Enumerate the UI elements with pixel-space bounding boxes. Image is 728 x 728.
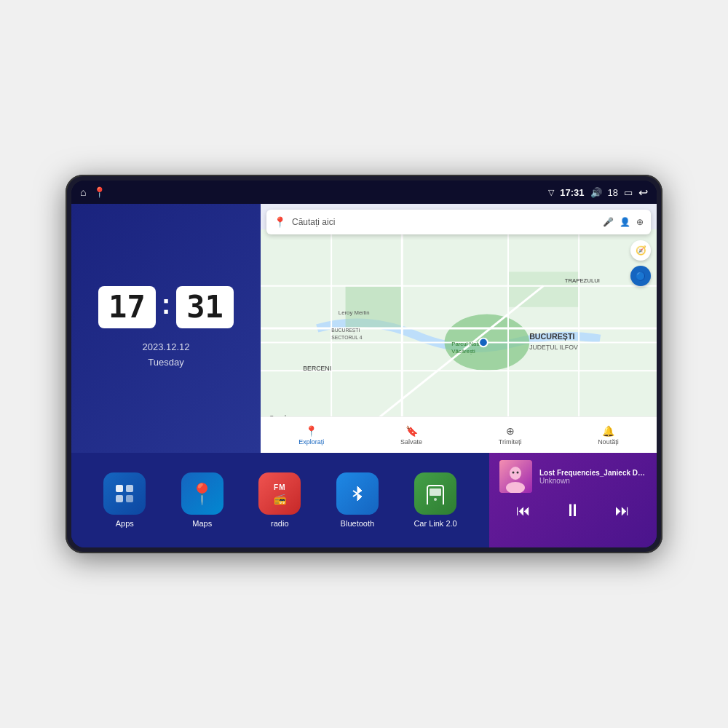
- map-nav-news[interactable]: 🔔 Noutăți: [598, 425, 619, 446]
- album-art-svg: [499, 460, 532, 493]
- bluetooth-icon: [336, 472, 379, 515]
- bottom-row: Apps 📍 Maps FM 📻: [71, 453, 657, 547]
- volume-icon: 🔊: [590, 187, 602, 198]
- svg-text:BUCUREȘTI: BUCUREȘTI: [529, 332, 574, 341]
- clock-date-info: 2023.12.12 Tuesday: [142, 340, 189, 371]
- music-next-button[interactable]: ⏭: [615, 502, 630, 519]
- svg-text:SECTORUL 4: SECTORUL 4: [331, 335, 363, 340]
- music-controls: ⏮ ⏸ ⏭: [499, 500, 646, 521]
- carlink-label: Car Link 2.0: [414, 519, 456, 528]
- news-label: Noutăți: [598, 438, 619, 446]
- bluetooth-svg-icon: [347, 483, 368, 504]
- svg-text:BERCENI: BERCENI: [303, 365, 331, 372]
- apps-label: Apps: [116, 519, 134, 528]
- clock-separator: :: [162, 289, 171, 320]
- layers-icon[interactable]: ⊕: [636, 217, 644, 227]
- map-location-btn[interactable]: 🔵: [630, 266, 651, 286]
- svg-point-30: [434, 498, 437, 501]
- svg-point-22: [479, 339, 488, 347]
- saved-icon: 🔖: [405, 425, 418, 437]
- clock-panel: 17 : 31 2023.12.12 Tuesday: [71, 204, 261, 453]
- music-panel: Lost Frequencies_Janieck Devy-... Unknow…: [489, 453, 657, 547]
- maps-icon: 📍: [181, 472, 223, 515]
- volume-level: 18: [608, 187, 618, 198]
- device-frame: ⌂ 📍 ▽ 17:31 🔊 18 ▭ ↩ 17 :: [66, 175, 662, 553]
- explore-icon: 📍: [305, 425, 317, 437]
- svg-point-32: [510, 467, 521, 480]
- radio-icon: FM 📻: [258, 472, 301, 515]
- map-search-icons: 🎤 👤 ⊕: [603, 217, 644, 227]
- news-icon: 🔔: [602, 425, 614, 437]
- clock-hours: 17: [98, 286, 156, 328]
- svg-rect-29: [430, 488, 441, 496]
- apps-panel: Apps 📍 Maps FM 📻: [71, 453, 489, 547]
- map-nav-bar: 📍 Explorați 🔖 Salvate ⊕ Trimiteți 🔔: [261, 416, 657, 453]
- clock-date: 2023.12.12: [142, 340, 189, 355]
- svg-rect-25: [126, 485, 133, 492]
- home-icon[interactable]: ⌂: [80, 186, 86, 198]
- apps-icon: [103, 472, 146, 515]
- radio-label: radio: [271, 519, 288, 528]
- svg-rect-24: [116, 485, 123, 492]
- device-screen: ⌂ 📍 ▽ 17:31 🔊 18 ▭ ↩ 17 :: [71, 181, 657, 547]
- map-panel[interactable]: BUCUREȘTI JUDEȚUL ILFOV BERCENI TRAPEZUL…: [261, 204, 657, 453]
- clock-minutes: 31: [176, 286, 234, 328]
- map-search-placeholder[interactable]: Căutați aici: [292, 217, 597, 227]
- music-artist: Unknown: [539, 477, 646, 485]
- music-play-button[interactable]: ⏸: [564, 500, 582, 521]
- maps-status-icon[interactable]: 📍: [93, 186, 106, 198]
- bluetooth-label: Bluetooth: [341, 519, 374, 528]
- svg-rect-27: [126, 495, 133, 502]
- clock-day: Tuesday: [142, 355, 189, 371]
- status-right: ▽ 17:31 🔊 18 ▭ ↩: [548, 186, 648, 199]
- app-item-maps[interactable]: 📍 Maps: [181, 472, 223, 528]
- map-search-bar[interactable]: 📍 Căutați aici 🎤 👤 ⊕: [266, 210, 651, 234]
- map-nav-saved[interactable]: 🔖 Salvate: [400, 425, 422, 446]
- svg-text:Văcărești: Văcărești: [451, 348, 475, 355]
- carlink-icon: [414, 472, 456, 515]
- apps-svg-icon: [114, 483, 135, 505]
- status-left: ⌂ 📍: [80, 186, 106, 198]
- svg-text:TRAPEZULUI: TRAPEZULUI: [565, 277, 600, 284]
- app-item-radio[interactable]: FM 📻 radio: [258, 472, 301, 528]
- saved-label: Salvate: [400, 438, 422, 446]
- back-icon[interactable]: ↩: [638, 186, 648, 199]
- main-content: 17 : 31 2023.12.12 Tuesday: [71, 204, 657, 547]
- svg-point-35: [517, 472, 519, 474]
- map-nav-send[interactable]: ⊕ Trimiteți: [499, 425, 522, 446]
- music-info: Lost Frequencies_Janieck Devy-... Unknow…: [499, 460, 646, 493]
- send-label: Trimiteți: [499, 438, 522, 446]
- send-icon: ⊕: [506, 425, 515, 437]
- map-compass-btn[interactable]: 🧭: [630, 240, 651, 261]
- music-title: Lost Frequencies_Janieck Devy-...: [539, 469, 646, 477]
- battery-icon: ▭: [624, 187, 633, 198]
- music-artwork: [499, 460, 532, 493]
- music-prev-button[interactable]: ⏮: [516, 502, 531, 519]
- signal-icon: ▽: [548, 188, 554, 197]
- clock-display: 17 : 31: [98, 286, 234, 328]
- google-maps-icon: 📍: [274, 216, 286, 228]
- app-item-bluetooth[interactable]: Bluetooth: [336, 472, 379, 528]
- svg-text:Leroy Merlin: Leroy Merlin: [339, 309, 370, 316]
- voice-search-icon[interactable]: 🎤: [603, 217, 614, 227]
- svg-text:BUCUREȘTI: BUCUREȘTI: [331, 328, 360, 333]
- status-bar: ⌂ 📍 ▽ 17:31 🔊 18 ▭ ↩: [71, 181, 657, 204]
- status-time: 17:31: [560, 187, 584, 198]
- map-svg: BUCUREȘTI JUDEȚUL ILFOV BERCENI TRAPEZUL…: [261, 204, 657, 453]
- svg-text:JUDEȚUL ILFOV: JUDEȚUL ILFOV: [529, 344, 578, 351]
- explore-label: Explorați: [298, 438, 324, 446]
- top-row: 17 : 31 2023.12.12 Tuesday: [71, 204, 657, 453]
- map-nav-explore[interactable]: 📍 Explorați: [298, 425, 324, 446]
- maps-label: Maps: [192, 519, 212, 528]
- music-details: Lost Frequencies_Janieck Devy-... Unknow…: [539, 469, 646, 485]
- svg-point-34: [513, 472, 515, 474]
- svg-rect-26: [116, 495, 123, 502]
- app-item-carlink[interactable]: Car Link 2.0: [414, 472, 456, 528]
- svg-rect-2: [346, 286, 403, 328]
- carlink-svg-icon: [424, 483, 446, 505]
- profile-icon[interactable]: 👤: [620, 217, 630, 227]
- app-item-apps[interactable]: Apps: [103, 472, 146, 528]
